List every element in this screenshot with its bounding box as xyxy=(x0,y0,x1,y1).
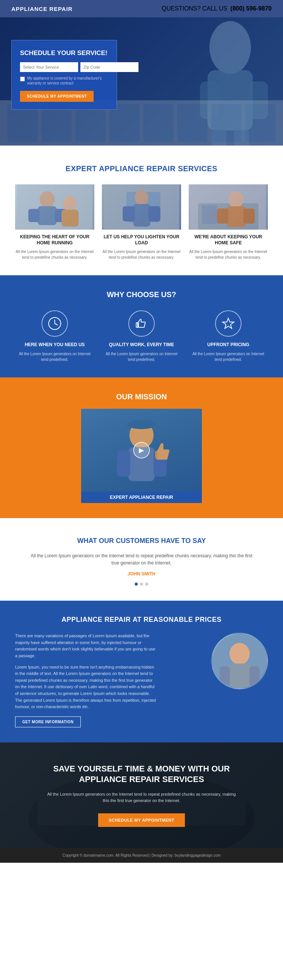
svg-rect-27 xyxy=(123,206,135,221)
svg-point-31 xyxy=(228,191,243,208)
svg-point-16 xyxy=(40,191,55,208)
service-card-2-desc: All the Lorem Ipsum generators on the In… xyxy=(102,249,181,260)
svg-rect-35 xyxy=(202,205,217,224)
prices-paragraph-2: Lorem Ipsum, you need to be sure there i… xyxy=(15,664,157,710)
mission-image: ▶ xyxy=(81,409,202,492)
why-card-2-desc: All the Lorem Ipsum generators on Intern… xyxy=(102,351,181,362)
service-card-2-title: LET US HELP YOU LIGHTEN YOUR LOAD xyxy=(102,234,181,246)
service-card-3-desc: All the Lorem Ipsum generators on the In… xyxy=(189,249,268,260)
why-card-1-title: HERE WHEN YOU NEED US xyxy=(15,342,94,348)
prices-content: There are many variations of passages of… xyxy=(15,633,268,727)
svg-point-25 xyxy=(135,190,148,205)
prices-text: There are many variations of passages of… xyxy=(15,633,157,727)
svg-point-20 xyxy=(63,196,77,211)
expert-services-title: EXPERT APPLIANCE REPAIR SERVICES xyxy=(15,164,268,173)
svg-rect-53 xyxy=(249,667,260,687)
testimonial-dot-1[interactable] xyxy=(135,582,138,585)
service-select-input[interactable] xyxy=(20,62,78,72)
prices-image-container xyxy=(166,633,268,689)
save-section: SAVE YOURSELF TIME & MONEY WITH OUR APPL… xyxy=(0,743,283,848)
prices-circle-image xyxy=(211,633,268,689)
service-image-2 xyxy=(102,185,181,230)
schedule-checkbox: My appliance is covered by a manufacture… xyxy=(20,76,108,86)
why-card-2-title: QUALITY WORK, EVERY TIME xyxy=(102,342,181,348)
prices-paragraph-1: There are many variations of passages of… xyxy=(15,633,157,659)
testimonial-dot-2[interactable] xyxy=(140,582,143,585)
header-contact: QUESTIONS? CALL US (800) 596-9870 xyxy=(161,5,272,12)
mission-video: ▶ EXPERT APPLIANCE REPAIR xyxy=(81,409,202,503)
why-card-3-title: UPFRONT PRICING xyxy=(189,342,268,348)
schedule-inputs xyxy=(20,62,108,72)
svg-rect-26 xyxy=(133,204,150,227)
service-card-1-desc: All the Lorem Ipsum generators on the In… xyxy=(15,249,94,260)
svg-point-50 xyxy=(229,643,250,665)
site-header: APPLIANCE REPAIR QUESTIONS? CALL US (800… xyxy=(0,0,283,18)
more-info-button[interactable]: GET MORE INFORMATION xyxy=(15,716,81,727)
services-grid: KEEPING THE HEART OF YOUR HOME RUNNING A… xyxy=(15,185,268,260)
clock-icon xyxy=(42,310,68,337)
service-card-3: WE'RE ABOUT KEEPING YOUR HOME SAFE All t… xyxy=(189,185,268,260)
service-card-3-title: WE'RE ABOUT KEEPING YOUR HOME SAFE xyxy=(189,234,268,246)
site-logo: APPLIANCE REPAIR xyxy=(11,6,72,12)
svg-rect-28 xyxy=(148,206,160,221)
prices-title: APPLIANCE REPAIR AT REASONABLE PRICES xyxy=(15,616,268,624)
svg-rect-51 xyxy=(228,663,251,688)
svg-rect-17 xyxy=(38,206,57,225)
save-text: All the Lorem Ipsum generators on the In… xyxy=(47,791,236,804)
thumbsup-icon xyxy=(128,310,155,337)
prices-section: APPLIANCE REPAIR AT REASONABLE PRICES Th… xyxy=(0,601,283,743)
schedule-hero-button[interactable]: SCHEDULE MY APPOINTMENT xyxy=(20,91,94,102)
testimonial-author: JOHN SMITH xyxy=(30,571,253,576)
why-card-1-desc: All the Lorem Ipsum generators on Intern… xyxy=(15,351,94,362)
play-button[interactable]: ▶ xyxy=(133,442,150,458)
expert-services-section: EXPERT APPLIANCE REPAIR SERVICES KEEPING… xyxy=(0,146,283,275)
service-image-3 xyxy=(189,185,268,230)
star-icon xyxy=(215,310,241,337)
schedule-save-button[interactable]: SCHEDULE MY APPOINTMENT xyxy=(98,813,185,827)
phone-label: QUESTIONS? CALL US xyxy=(161,5,227,12)
footer-text: Copyright © domainname.com. All Rights R… xyxy=(62,853,221,858)
site-footer: Copyright © domainname.com. All Rights R… xyxy=(0,848,283,863)
svg-line-38 xyxy=(55,323,58,325)
svg-rect-52 xyxy=(220,667,230,687)
mission-caption: EXPERT APPLIANCE REPAIR xyxy=(81,492,202,503)
testimonials-title: WHAT OUR CUSTOMERS HAVE TO SAY xyxy=(30,537,253,545)
svg-rect-21 xyxy=(61,210,78,227)
schedule-box: SCHEDULE YOUR SERVICE! My appliance is c… xyxy=(11,40,117,110)
warranty-checkbox[interactable] xyxy=(20,76,25,81)
save-title: SAVE YOURSELF TIME & MONEY WITH OUR APPL… xyxy=(30,764,253,785)
testimonials-section: WHAT OUR CUSTOMERS HAVE TO SAY All the L… xyxy=(0,518,283,601)
hero-section: SCHEDULE YOUR SERVICE! My appliance is c… xyxy=(0,18,283,146)
svg-rect-34 xyxy=(243,208,255,224)
testimonial-dots xyxy=(30,582,253,585)
why-choose-title: WHY CHOOSE US? xyxy=(15,290,268,299)
svg-rect-32 xyxy=(227,206,246,227)
mission-section: OUR MISSION ▶ EXPERT APPLIANCE REPAIR xyxy=(0,377,283,518)
service-card-1-title: KEEPING THE HEART OF YOUR HOME RUNNING xyxy=(15,234,94,246)
testimonial-text: All the Lorem Ipsum generators on the In… xyxy=(30,552,253,567)
hero-content: SCHEDULE YOUR SERVICE! My appliance is c… xyxy=(0,18,283,129)
mission-title: OUR MISSION xyxy=(15,393,268,401)
why-card-3-desc: All the Lorem Ipsum generators on Intern… xyxy=(189,351,268,362)
svg-rect-33 xyxy=(217,208,228,224)
svg-marker-40 xyxy=(222,318,234,328)
service-card-1: KEEPING THE HEART OF YOUR HOME RUNNING A… xyxy=(15,185,94,260)
why-choose-section: WHY CHOOSE US? HERE WHEN YOU NEED US All… xyxy=(0,275,283,377)
svg-rect-18 xyxy=(28,209,40,222)
svg-rect-46 xyxy=(155,451,157,458)
schedule-title: SCHEDULE YOUR SERVICE! xyxy=(20,49,108,57)
zip-input[interactable] xyxy=(80,62,139,72)
service-image-1 xyxy=(15,185,94,230)
why-card-1: HERE WHEN YOU NEED US All the Lorem Ipsu… xyxy=(15,310,94,362)
warranty-label: My appliance is covered by a manufacture… xyxy=(27,76,108,86)
why-grid: HERE WHEN YOU NEED US All the Lorem Ipsu… xyxy=(15,310,268,362)
svg-rect-48 xyxy=(134,420,149,426)
testimonial-dot-3[interactable] xyxy=(145,582,148,585)
phone-number[interactable]: (800) 596-9870 xyxy=(230,5,272,12)
svg-rect-44 xyxy=(117,450,130,477)
why-card-3: UPFRONT PRICING All the Lorem Ipsum gene… xyxy=(189,310,268,362)
why-card-2: QUALITY WORK, EVERY TIME All the Lorem I… xyxy=(102,310,181,362)
service-card-2: LET US HELP YOU LIGHTEN YOUR LOAD All th… xyxy=(102,185,181,260)
